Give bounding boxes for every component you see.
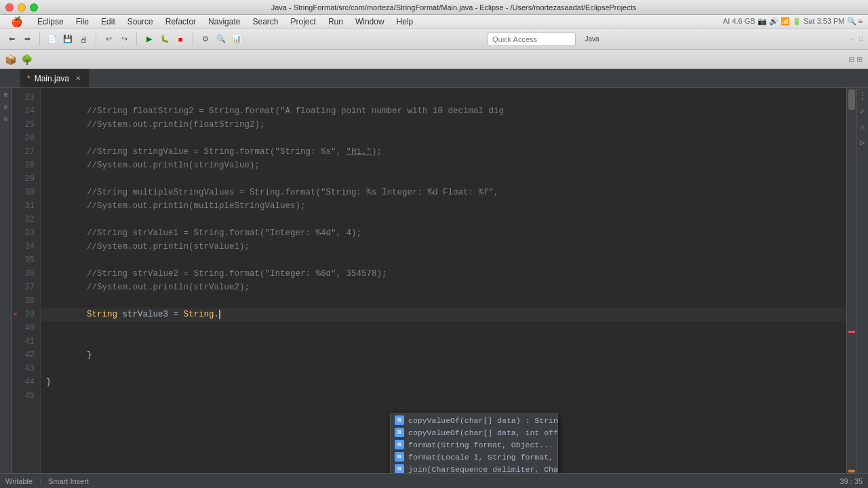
new-button[interactable]: 📄 [45,32,60,47]
print-button[interactable]: 🖨 [76,32,91,47]
toolbar-group-misc: ⚙ 🔍 📊 [197,32,245,47]
quick-access-input[interactable] [488,33,576,46]
code-brace-42: } [46,348,92,362]
line-num-25: 25 [12,118,40,131]
tab-bar: * Main.java ✕ [0,69,868,88]
toolbar-separator-2 [96,33,96,46]
code-line-24: //String floatString2 = String.format("A… [41,104,846,118]
code-line-43 [41,362,846,375]
line-num-33: 33 [12,226,40,240]
close-button[interactable] [5,3,14,12]
code-line-32 [41,213,846,226]
toolbar-separator-1 [39,33,40,46]
menu-run[interactable]: Run [323,15,349,28]
ac-text-1: copyValueOf(char[] data, int offset, int… [408,428,557,437]
main-java-tab[interactable]: * Main.java ✕ [20,69,90,87]
view-options: ⊟ ⊞ [846,54,865,65]
title-bar: Java - StringFormat/src/com/morteza/Stri… [0,0,868,15]
toolbar-separator-3 [136,33,137,46]
debug-button[interactable]: 🐛 [157,32,172,47]
problems-icon[interactable]: ⚠ [860,122,865,132]
back-button[interactable]: ⬅ [4,32,19,47]
code-type-39: String [87,308,117,321]
gutter-icon-3: ⊘ [1,115,11,125]
tab-label: Main.java [35,74,69,83]
line-num-37: 37 [12,281,40,294]
scroll-thumb[interactable] [848,89,855,110]
outline-icon[interactable]: ⋮ [859,91,867,101]
left-gutter: ⊕ ⊙ ⊘ [0,88,12,473]
code-line-44: } [41,375,846,389]
line-num-31: 31 [12,199,40,213]
code-line-27: //String stringValue = String.format("St… [41,145,846,159]
menu-edit[interactable]: Edit [96,15,121,28]
code-content[interactable]: //String floatString2 = String.format("A… [41,88,846,473]
code-line-34: //System.out.println(strValue1); [41,240,846,253]
code-area: 23 24 25 26 27 28 29 30 31 32 33 34 35 3… [12,88,856,473]
traffic-lights[interactable] [5,3,38,12]
hierarchy-btn[interactable]: 🌳 [19,52,34,67]
run-button[interactable]: ▶ [142,32,157,47]
quick-access: Java [488,32,606,47]
menu-navigate[interactable]: Navigate [203,15,245,28]
console-icon[interactable]: ▷ [860,138,865,148]
status-bar: Writable | Smart Insert 39 : 35 [0,473,868,488]
right-scrollbar[interactable] [846,88,856,473]
ac-item-0[interactable]: m copyValueOf(char[] data) : String - St… [391,414,557,426]
line-numbers: 23 24 25 26 27 28 29 30 31 32 33 34 35 3… [12,88,41,473]
line-num-43: 43 [12,362,40,375]
status-insert: Smart Insert [48,477,89,485]
code-comment-31: //System.out.println(multipleStringValue… [46,199,306,213]
toolbar-group-edit: ↩ ↪ [100,32,133,47]
restore-editor-button[interactable]: □ [857,35,865,43]
menu-source[interactable]: Source [122,15,159,28]
code-line-31: //System.out.println(multipleStringValue… [41,199,846,213]
gutter-icon-2: ⊙ [1,103,11,113]
menu-help[interactable]: Help [391,15,419,28]
ac-item-1[interactable]: m copyValueOf(char[] data, int offset, i… [391,426,557,439]
code-editor[interactable]: 23 24 25 26 27 28 29 30 31 32 33 34 35 3… [12,88,856,473]
line-num-34: 34 [12,240,40,253]
ac-item-3[interactable]: m format(Locale l, String format, Object… [391,451,557,463]
line-num-30: 30 [12,186,40,199]
maximize-button[interactable] [30,3,38,12]
position-label: 39 : 35 [840,477,863,485]
forward-button[interactable]: ➡ [20,32,35,47]
code-comment-28: //System.out.println(stringValue); [46,159,260,172]
misc-btn-2[interactable]: 🔍 [214,32,229,47]
line-num-23: 23 [12,91,40,104]
ac-text-2: format(String format, Object... args) : … [408,441,557,449]
menu-file[interactable]: File [71,15,94,28]
tasks-icon[interactable]: ✓ [860,106,865,117]
menu-project[interactable]: Project [285,15,321,28]
undo-button[interactable]: ↩ [101,32,116,47]
misc-btn-1[interactable]: ⚙ [198,32,213,47]
code-line-28: //System.out.println(stringValue); [41,159,846,172]
java-perspective[interactable]: Java [578,32,606,47]
minimize-button[interactable] [18,3,26,12]
apple-menu[interactable]: 🍎 [5,15,28,28]
stop-button[interactable]: ■ [173,32,188,47]
code-line-42: } [41,348,846,362]
ac-text-4: join(CharSequence delimiter, CharSequenc… [408,465,557,474]
autocomplete-dropdown[interactable]: m copyValueOf(char[] data) : String - St… [390,413,558,473]
save-button[interactable]: 💾 [60,32,75,47]
line-num-41: 41 [12,335,40,348]
code-line-40 [41,321,846,335]
code-brace-44: } [46,375,52,389]
package-explorer-btn[interactable]: 📦 [3,52,18,67]
minimize-editor-button[interactable]: — [848,35,856,43]
menu-window[interactable]: Window [350,15,390,28]
right-panel: ⋮ ✓ ⚠ ▷ [856,88,868,473]
writable-label: Writable [5,477,33,485]
ac-item-2[interactable]: m format(String format, Object... args) … [391,439,557,451]
menu-refactor[interactable]: Refactor [160,15,201,28]
misc-btn-3[interactable]: 📊 [229,32,244,47]
main-toolbar: ⬅ ➡ 📄 💾 🖨 ↩ ↪ ▶ 🐛 ■ ⚙ 🔍 📊 Java — □ [0,28,868,50]
ac-item-4[interactable]: m join(CharSequence delimiter, CharSeque… [391,463,557,473]
tab-close-button[interactable]: ✕ [73,74,83,83]
menu-eclipse[interactable]: Eclipse [32,15,69,28]
status-writable: Writable [5,477,33,485]
redo-button[interactable]: ↪ [117,32,132,47]
menu-search[interactable]: Search [247,15,283,28]
